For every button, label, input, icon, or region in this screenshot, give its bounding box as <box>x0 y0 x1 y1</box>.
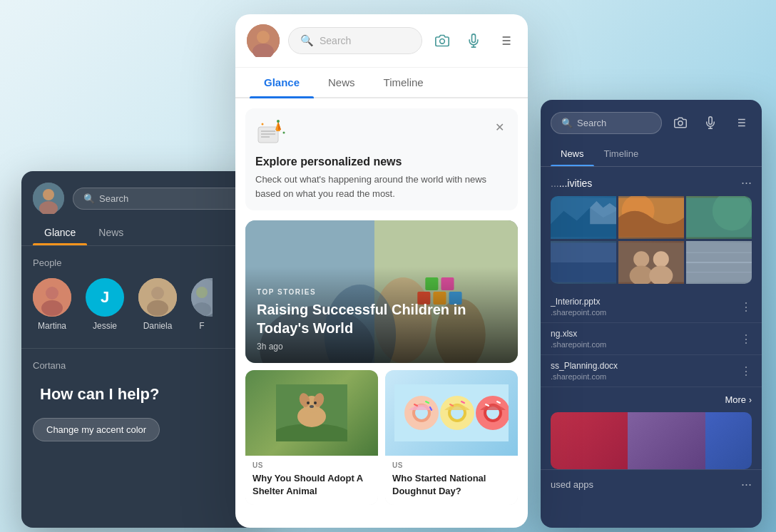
file-menu-2[interactable]: ⋮ <box>740 332 752 346</box>
explore-desc: Check out what's happening around the wo… <box>255 173 508 200</box>
news-img-donuts <box>385 370 518 456</box>
news-card-dog[interactable]: US Why You Should Adopt A Shelter Animal <box>245 370 378 505</box>
top-stories-card[interactable]: TOP STORIES Raising Successful Children … <box>245 220 518 363</box>
file-menu-1[interactable]: ⋮ <box>740 300 752 314</box>
news-title-donuts: Who Started National Doughnut Day? <box>392 472 511 498</box>
news-region-donuts: US <box>392 461 511 469</box>
file-item-2[interactable]: ng.xlsx .sharepoint.com ⋮ <box>541 323 762 355</box>
svg-point-4 <box>46 287 58 300</box>
file-info-3: ss_Planning.docx .sharepoint.com <box>551 361 740 381</box>
svg-point-49 <box>307 401 310 404</box>
right-tabs: News Timeline <box>541 141 762 167</box>
search-bar-center[interactable]: 🔍 Search <box>288 27 422 54</box>
svg-point-8 <box>147 300 168 316</box>
explore-close-button[interactable]: ✕ <box>489 117 509 137</box>
news-row: US Why You Should Adopt A Shelter Animal <box>245 370 518 505</box>
people-row: Martina J Jessie Daniela <box>33 278 252 331</box>
color-blocks <box>551 412 752 469</box>
used-apps-row: used apps ··· <box>541 469 762 499</box>
file-info-1: _Interior.pptx .sharepoint.com <box>551 297 740 317</box>
color-block-blue <box>705 412 752 469</box>
tab-glance-center[interactable]: Glance <box>250 68 314 97</box>
used-apps-menu-button[interactable]: ··· <box>741 477 752 492</box>
person-daniela[interactable]: Daniela <box>138 278 177 331</box>
search-bar-right[interactable]: 🔍 Search <box>551 112 662 134</box>
accent-color-button[interactable]: Change my accent color <box>33 418 160 441</box>
top-stories-label: TOP STORIES <box>257 288 506 296</box>
file-menu-3[interactable]: ⋮ <box>740 364 752 378</box>
tab-news-left[interactable]: News <box>87 220 135 245</box>
chevron-right-icon: › <box>749 395 752 405</box>
person-partial[interactable]: F <box>191 278 213 331</box>
file-info-2: ng.xlsx .sharepoint.com <box>551 329 740 349</box>
avatar-daniela <box>138 278 177 317</box>
news-card-body-dog: US Why You Should Adopt A Shelter Animal <box>245 456 378 505</box>
mic-button[interactable] <box>462 29 485 52</box>
file-item-1[interactable]: _Interior.pptx .sharepoint.com ⋮ <box>541 291 762 323</box>
svg-point-10 <box>196 287 208 298</box>
more-button[interactable]: More › <box>541 387 762 412</box>
right-header: 🔍 Search <box>541 100 762 141</box>
svg-point-1 <box>43 189 54 200</box>
list-button-right[interactable] <box>729 111 752 134</box>
person-name-martina: Martina <box>38 321 66 331</box>
news-region-dog: US <box>252 461 371 469</box>
svg-point-30 <box>262 123 264 126</box>
avatar-martina <box>33 278 71 317</box>
person-jessie[interactable]: J Jessie <box>86 278 124 331</box>
svg-point-28 <box>277 120 280 123</box>
mic-button-right[interactable] <box>699 111 722 134</box>
photo-cell-3 <box>686 196 752 239</box>
explore-card: ✕ Explore personalized news Check out wh… <box>245 108 518 210</box>
explore-icon <box>255 118 287 150</box>
search-placeholder-right: Search <box>577 118 606 128</box>
svg-point-31 <box>283 132 285 134</box>
tab-timeline-right[interactable]: Timeline <box>594 141 649 166</box>
tab-glance-left[interactable]: Glance <box>33 220 87 245</box>
svg-rect-29 <box>276 130 280 131</box>
people-section: People Martina J Jessie <box>21 246 264 342</box>
svg-point-69 <box>678 121 683 126</box>
center-header: 🔍 Search <box>235 14 528 68</box>
tab-news-right[interactable]: News <box>551 141 594 166</box>
file-item-3[interactable]: ss_Planning.docx .sharepoint.com ⋮ <box>541 355 762 387</box>
right-card: 🔍 Search News Timeline <box>541 100 762 528</box>
news-title-dog: Why You Should Adopt A Shelter Animal <box>252 472 371 498</box>
photo-cell-6 <box>686 241 752 284</box>
activities-menu-button[interactable]: ··· <box>741 175 752 190</box>
explore-title: Explore personalized news <box>255 155 508 168</box>
top-stories-title: Raising Successful Children in Today's W… <box>257 300 506 337</box>
camera-button[interactable] <box>431 29 454 52</box>
tab-news-center[interactable]: News <box>314 68 369 97</box>
svg-point-85 <box>653 251 669 267</box>
photo-cell-4 <box>551 241 616 284</box>
tab-timeline-center[interactable]: Timeline <box>369 68 438 97</box>
color-block-red <box>551 412 628 469</box>
photo-cell-5 <box>618 241 684 284</box>
top-stories-overlay: TOP STORIES Raising Successful Children … <box>245 267 518 363</box>
person-name-f: F <box>199 321 204 331</box>
photo-cell-1 <box>551 196 616 239</box>
people-label: People <box>33 257 252 268</box>
color-block-purple <box>628 412 705 469</box>
search-bar-left[interactable]: 🔍 Search <box>73 188 252 210</box>
list-button[interactable] <box>494 29 516 52</box>
search-icon-right: 🔍 <box>561 118 573 128</box>
used-apps-label: used apps <box>551 479 593 490</box>
news-card-donuts[interactable]: US Who Started National Doughnut Day? <box>385 370 518 505</box>
svg-point-51 <box>310 405 314 408</box>
svg-point-15 <box>440 39 445 44</box>
search-text-left: Search <box>99 193 128 204</box>
center-card: 🔍 Search Glance News Timel <box>235 14 528 528</box>
activities-title: ......ivities <box>551 178 592 189</box>
file-list: _Interior.pptx .sharepoint.com ⋮ ng.xlsx… <box>541 291 762 387</box>
cortana-section: Cortana How can I help? Change my accent… <box>21 348 264 453</box>
center-tabs: Glance News Timeline <box>235 68 528 98</box>
svg-point-50 <box>314 401 317 404</box>
person-martina[interactable]: Martina <box>33 278 71 331</box>
search-placeholder-center: Search <box>320 35 351 46</box>
camera-button-right[interactable] <box>669 111 692 134</box>
center-avatar <box>247 24 280 57</box>
avatar <box>33 183 64 214</box>
cortana-help-text: How can I help? <box>33 385 252 404</box>
